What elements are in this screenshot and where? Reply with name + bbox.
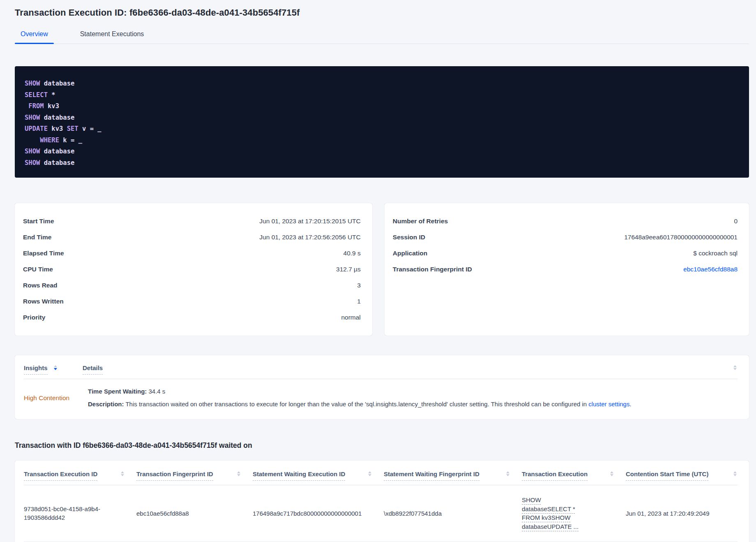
sort-icon[interactable] (505, 470, 510, 477)
sql-text: v = _ (78, 125, 101, 132)
sort-icon[interactable] (367, 470, 372, 477)
tab-overview[interactable]: Overview (15, 28, 54, 44)
row-label: Rows Written (23, 298, 64, 305)
sort-up-arrow (54, 365, 57, 367)
description-line: Description: This transaction waited on … (88, 400, 738, 408)
transaction-execution-id-value: 9738d051-bc0e-4158-a9b4-1903586ddd42 (24, 505, 108, 522)
sort-up-arrow (610, 471, 613, 473)
column-header-transaction-execution[interactable]: Transaction Execution (522, 470, 626, 481)
row-label: Priority (23, 314, 45, 321)
sql-line: SHOW database (25, 78, 739, 90)
column-header-transaction-fingerprint-id[interactable]: Transaction Fingerprint ID (136, 470, 253, 481)
row-value: normal (341, 314, 360, 321)
transaction-fingerprint-link[interactable]: ebc10ae56cfd88a8 (683, 266, 738, 273)
sort-icon[interactable] (236, 470, 241, 477)
sort-down-arrow (121, 474, 124, 476)
row-label: End Time (23, 234, 51, 241)
cell-transaction-fingerprint-id: ebc10ae56cfd88a8 (136, 509, 253, 518)
row-value: Jun 01, 2023 at 17:20:56:2056 UTC (259, 234, 360, 241)
column-label[interactable]: Statement Waiting Execution ID (253, 470, 345, 481)
summary-cards-row: Start Time Jun 01, 2023 at 17:20:15:2015… (15, 203, 749, 336)
row-value: 0 (734, 218, 738, 225)
sql-keyword: UPDATE (25, 125, 48, 132)
sort-up-arrow (506, 471, 509, 473)
row-label: Number of Retries (393, 218, 448, 225)
sort-down-arrow-active (54, 368, 57, 370)
sql-keyword: SHOW (25, 159, 40, 167)
column-label[interactable]: Transaction Execution (522, 470, 588, 481)
cell-contention-start-time: Jun 01, 2023 at 17:20:49:2049 (626, 509, 738, 518)
summary-row-number-of-retries: Number of Retries 0 (393, 213, 738, 229)
row-label: Start Time (23, 218, 54, 225)
sql-keyword: SHOW (25, 80, 40, 87)
sort-icon[interactable] (609, 470, 614, 477)
sort-icon[interactable] (733, 470, 738, 477)
column-header-statement-waiting-execution-id[interactable]: Statement Waiting Execution ID (253, 470, 384, 481)
column-label[interactable]: Transaction Execution ID (24, 470, 97, 481)
summary-row-application: Application $ cockroach sql (393, 246, 738, 262)
sql-text: database (40, 114, 74, 121)
sort-down-arrow (237, 474, 240, 476)
details-header-label[interactable]: Details (83, 364, 103, 375)
summary-row-transaction-fingerprint-id: Transaction Fingerprint ID ebc10ae56cfd8… (393, 262, 738, 278)
sort-icon[interactable] (733, 364, 738, 371)
row-value: 3 (357, 282, 361, 289)
row-value: 312.7 µs (336, 266, 361, 273)
column-label[interactable]: Contention Start Time (UTC) (626, 470, 708, 481)
summary-row-rows-read: Rows Read 3 (23, 278, 361, 294)
column-header-contention-start-time[interactable]: Contention Start Time (UTC) (626, 470, 738, 481)
sort-down-arrow (733, 368, 737, 370)
waited-on-table-header: Transaction Execution ID Transaction Fin… (24, 470, 738, 481)
summary-row-start-time: Start Time Jun 01, 2023 at 17:20:15:2015… (23, 213, 361, 229)
time-spent-waiting-value: 34.4 s (147, 388, 165, 395)
cell-statement-waiting-execution-id: 176498a9c717bdc80000000000000001 (253, 509, 384, 518)
sql-keyword: SHOW (25, 114, 40, 121)
summary-row-elapsed-time: Elapsed Time 40.9 s (23, 246, 361, 262)
summary-row-cpu-time: CPU Time 312.7 µs (23, 262, 361, 278)
summary-row-session-id: Session ID 17648a9eea6017800000000000000… (393, 229, 738, 246)
row-label: Rows Read (23, 282, 58, 289)
tab-bar: Overview Statement Executions (15, 28, 749, 44)
row-label: CPU Time (23, 266, 53, 273)
transaction-execution-link[interactable]: SHOW databaseSELECT * FROM kv3SHOW datab… (522, 496, 592, 531)
column-label[interactable]: Transaction Fingerprint ID (136, 470, 213, 481)
time-spent-waiting-line: Time Spent Waiting: 34.4 s (88, 387, 738, 396)
row-value: $ cockroach sql (693, 250, 738, 257)
sql-text: database (40, 80, 74, 87)
insights-header-label[interactable]: Insights (24, 364, 48, 375)
page-container: Transaction Execution ID: f6be6366-da03-… (0, 0, 756, 542)
sql-statements-box: SHOW databaseSELECT * FROM kv3SHOW datab… (15, 66, 749, 178)
insights-column-header[interactable]: Insights (24, 364, 83, 375)
sort-icon[interactable] (120, 470, 125, 477)
details-column-header[interactable]: Details (83, 364, 733, 375)
summary-row-end-time: End Time Jun 01, 2023 at 17:20:56:2056 U… (23, 229, 361, 246)
row-label: Transaction Fingerprint ID (393, 266, 472, 273)
row-value: Jun 01, 2023 at 17:20:15:2015 UTC (259, 218, 360, 225)
sql-keyword: WHERE (40, 137, 59, 144)
sort-up-arrow (733, 365, 737, 367)
column-header-statement-waiting-fingerprint-id[interactable]: Statement Waiting Fingerprint ID (384, 470, 522, 481)
column-label[interactable]: Statement Waiting Fingerprint ID (384, 470, 479, 481)
sql-keyword: FROM (28, 102, 44, 110)
sql-text: * (48, 91, 55, 99)
row-label: Session ID (393, 234, 425, 241)
sql-indent (25, 137, 40, 144)
insights-card: Insights Details High Contention Time Sp… (15, 355, 749, 419)
sql-line: SELECT * (25, 90, 739, 101)
sort-up-arrow (368, 471, 371, 473)
sort-desc-icon[interactable] (53, 364, 58, 371)
sort-up-arrow (121, 471, 124, 473)
sort-up-arrow (733, 471, 737, 473)
row-value: 40.9 s (343, 250, 361, 257)
cell-transaction-execution: SHOW databaseSELECT * FROM kv3SHOW datab… (522, 496, 626, 531)
insight-badge-high-contention: High Contention (24, 394, 88, 402)
summary-row-rows-written: Rows Written 1 (23, 294, 361, 310)
sort-down-arrow (733, 474, 737, 476)
row-label: Application (393, 250, 427, 257)
summary-row-priority: Priority normal (23, 310, 361, 326)
sql-text: database (40, 148, 74, 155)
tab-statement-executions[interactable]: Statement Executions (74, 28, 150, 44)
sql-text: k = _ (59, 137, 82, 144)
column-header-transaction-execution-id[interactable]: Transaction Execution ID (24, 470, 136, 481)
cluster-settings-link[interactable]: cluster settings (588, 401, 629, 408)
